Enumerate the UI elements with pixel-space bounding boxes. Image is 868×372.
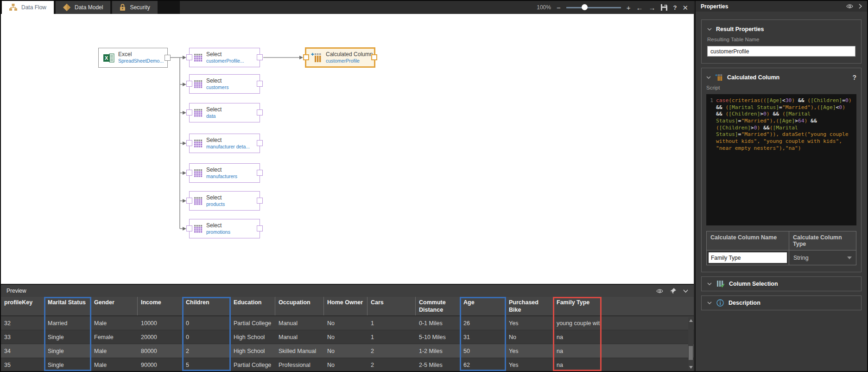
select-node-customers[interactable]: Selectcustomers — [189, 74, 260, 94]
output-port[interactable] — [257, 140, 263, 146]
input-port[interactable] — [186, 109, 192, 115]
node-text: Selectpromotions — [206, 223, 230, 235]
help-icon[interactable]: ? — [852, 74, 856, 81]
chevron-down-icon[interactable] — [683, 289, 688, 293]
chevron-right-icon[interactable] — [859, 4, 862, 9]
output-port[interactable] — [257, 54, 263, 60]
table-row[interactable]: 33SingleFemale200000High SchoolManualNo1… — [1, 330, 694, 344]
excel-source-node[interactable]: X Excel SpreadSheetDemo... — [98, 48, 168, 68]
column-header-home-owner[interactable]: Home Owner — [324, 297, 367, 315]
input-port[interactable] — [186, 198, 192, 204]
calc-column-name-cell — [707, 250, 789, 265]
input-port[interactable] — [186, 54, 192, 60]
input-port[interactable] — [186, 225, 192, 231]
top-bar: Data Flow Data Model Security 100% − — [1, 1, 694, 14]
redo-button[interactable]: → — [648, 4, 655, 11]
select-node-data[interactable]: Selectdata — [189, 103, 260, 122]
tab-data-model[interactable]: Data Model — [56, 1, 110, 14]
table-cell: 5-10 Miles — [416, 330, 460, 344]
table-row[interactable]: 34SingleMale800002High SchoolSkilled Man… — [1, 344, 694, 358]
close-icon[interactable]: ✕ — [682, 4, 688, 11]
zoom-slider[interactable] — [566, 4, 621, 11]
script-editor[interactable]: 1 case(criterias(([Age]<30) && ([Childre… — [706, 94, 856, 225]
output-port[interactable] — [257, 170, 263, 176]
table-cell: Female — [91, 330, 138, 344]
output-port[interactable] — [371, 54, 377, 60]
output-port[interactable] — [257, 225, 263, 231]
column-header-profilekey[interactable]: profileKey — [1, 297, 44, 315]
tab-security[interactable]: Security — [112, 1, 157, 14]
column-header-cars[interactable]: Cars — [367, 297, 416, 315]
output-port[interactable] — [165, 55, 171, 61]
node-subtitle: manufacturers — [206, 173, 237, 180]
scroll-up-arrow[interactable] — [689, 319, 693, 322]
scrollbar-thumb[interactable] — [689, 346, 693, 360]
table-cell: Male — [91, 358, 138, 371]
tab-data-flow[interactable]: Data Flow — [2, 1, 54, 14]
table-cell: No — [324, 344, 367, 358]
node-text: Selectmanufacturer deta... — [206, 137, 250, 149]
node-subtitle: customerProfile — [326, 58, 376, 64]
input-port[interactable] — [186, 170, 192, 176]
select-node-manufacturerdeta[interactable]: Selectmanufacturer deta... — [189, 134, 260, 153]
select-node-promotions[interactable]: Selectpromotions — [189, 219, 260, 238]
chevron-down-icon — [707, 28, 712, 31]
table-row[interactable]: 32MarriedMale100000Partial CollegeManual… — [1, 316, 694, 330]
zoom-slider-handle[interactable] — [582, 4, 588, 10]
column-header-marital-status[interactable]: Marital Status — [44, 297, 91, 315]
eye-icon[interactable] — [846, 4, 853, 9]
calculated-column-node[interactable]: Calculated Column.. customerProfile — [305, 47, 375, 68]
calculated-column-header[interactable]: Calculated Column ? — [706, 71, 856, 83]
scroll-down-arrow[interactable] — [689, 366, 693, 369]
column-selection-section[interactable]: Column Selection — [701, 276, 862, 291]
table-cell: 2-5 Miles — [416, 358, 460, 371]
column-header-children[interactable]: Children — [183, 297, 230, 315]
column-header-education[interactable]: Education — [230, 297, 275, 315]
column-header-income[interactable]: Income — [138, 297, 183, 315]
save-icon[interactable] — [661, 4, 667, 11]
input-port[interactable] — [186, 81, 192, 87]
table-cell: 10000 — [138, 316, 183, 330]
description-section[interactable]: Description — [701, 295, 862, 310]
calc-column-name-input[interactable] — [708, 252, 787, 263]
vertical-scrollbar[interactable] — [688, 317, 693, 371]
undo-button[interactable]: ← — [636, 4, 643, 11]
output-port[interactable] — [257, 109, 263, 115]
table-cell: na — [553, 330, 601, 344]
zoom-out-button[interactable]: − — [557, 4, 561, 11]
chevron-down-icon — [706, 76, 711, 79]
help-button[interactable]: ? — [673, 5, 677, 11]
column-header-family-type[interactable]: Family Type — [553, 297, 601, 315]
zoom-in-button[interactable]: + — [627, 4, 631, 11]
chevron-down-icon — [707, 282, 712, 285]
info-icon — [716, 299, 724, 307]
tab-label: Data Model — [75, 4, 103, 11]
node-title: Select — [206, 167, 237, 173]
eye-icon[interactable] — [656, 289, 663, 294]
calc-column-type-dropdown[interactable]: String — [789, 250, 856, 265]
column-header-gender[interactable]: Gender — [91, 297, 138, 315]
output-port[interactable] — [257, 198, 263, 204]
select-node-products[interactable]: Selectproducts — [189, 191, 260, 211]
table-cell: 35 — [1, 358, 44, 371]
select-node-manufacturers[interactable]: Selectmanufacturers — [189, 163, 260, 183]
table-cell: 26 — [460, 316, 506, 330]
selected-type: String — [793, 255, 809, 261]
column-header-age[interactable]: Age — [460, 297, 506, 315]
column-header-commute-distance[interactable]: Commute Distance — [416, 297, 460, 315]
result-properties-group: Result Properties Resulting Table Name — [701, 19, 862, 64]
table-cell: 0 — [183, 330, 230, 344]
output-port[interactable] — [257, 81, 263, 87]
table-cell: 2 — [183, 344, 230, 358]
input-port[interactable] — [186, 140, 192, 146]
column-header-occupation[interactable]: Occupation — [275, 297, 324, 315]
resulting-table-name-input[interactable] — [707, 46, 855, 57]
pin-icon[interactable] — [670, 288, 676, 294]
data-flow-canvas[interactable]: X Excel SpreadSheetDemo... Selectcustome… — [1, 14, 694, 284]
column-header-purchased-bike[interactable]: Purchased Bike — [506, 297, 553, 315]
select-grid-icon — [194, 80, 203, 88]
table-row[interactable]: 35SingleMale900005Partial CollegeProfess… — [1, 358, 694, 371]
result-properties-header[interactable]: Result Properties — [707, 23, 855, 35]
input-port[interactable] — [303, 54, 309, 60]
select-node-customerProfile[interactable]: SelectcustomerProfile... — [189, 48, 260, 67]
